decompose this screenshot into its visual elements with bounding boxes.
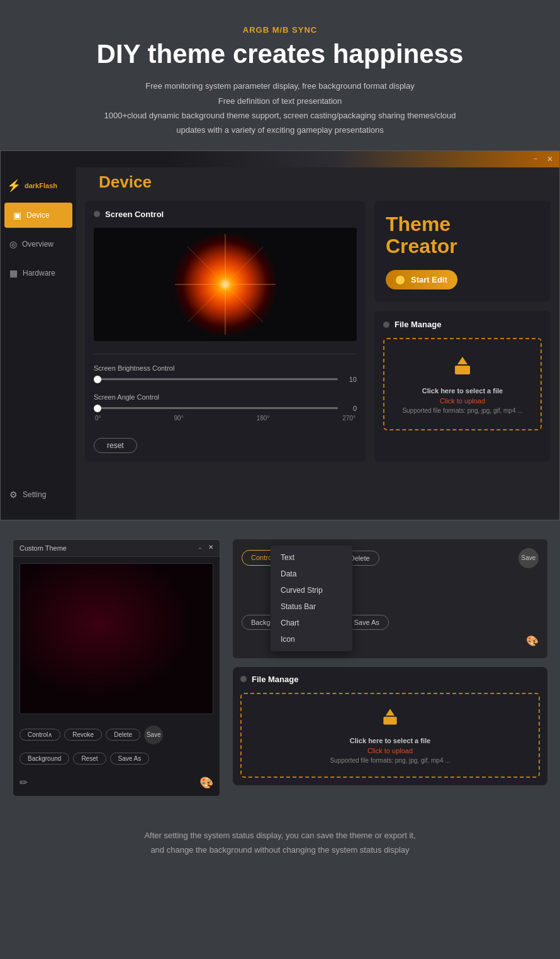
reset-btn2[interactable]: Reset	[73, 753, 106, 765]
btn-dot	[396, 276, 405, 284]
file-panel-dot	[383, 322, 389, 328]
click-select-sm: Click here to select a file	[249, 737, 531, 744]
monitor-icon: ▣	[13, 210, 21, 220]
sidebar-overview-label: Overview	[22, 240, 53, 249]
reset-btn[interactable]: reset	[94, 438, 137, 453]
file-drop-zone-sm[interactable]: Click here to select a file Click to upl…	[240, 693, 540, 778]
angle-0: 0°	[95, 415, 101, 422]
panel-dot	[94, 211, 100, 217]
sidebar-item-overview[interactable]: ◎ Overview	[1, 232, 76, 257]
minimize-btn[interactable]: －	[532, 154, 539, 164]
angle-control: Screen Angle Control 0 0° 90° 180°	[94, 393, 357, 422]
svg-rect-4	[455, 366, 470, 374]
pencil-icon[interactable]: ✏	[20, 777, 28, 788]
angle-label: Screen Angle Control	[94, 393, 357, 401]
background-btn[interactable]: Background	[20, 753, 69, 765]
click-upload-sm[interactable]: Click to upload	[249, 747, 531, 754]
brightness-control: Screen Brightness Control 10	[94, 364, 357, 383]
save-as-btn[interactable]: Save As	[110, 753, 150, 765]
brightness-label: Screen Brightness Control	[94, 364, 357, 372]
sidebar-hardware-label: Hardware	[23, 269, 55, 278]
revoke-btn[interactable]: Revoke	[64, 729, 102, 741]
start-edit-button[interactable]: Start Edit	[386, 270, 457, 289]
argb-label: ARGB M/B SYNC	[38, 25, 522, 35]
menu-text[interactable]: Text	[271, 549, 352, 566]
sidebar-item-hardware[interactable]: ▦ Hardware	[1, 261, 76, 286]
custom-theme-window: Custom Theme － ✕ Control∧ Revoke Delete …	[13, 539, 220, 797]
brightness-slider-row: 10	[94, 376, 357, 383]
divider	[94, 354, 357, 354]
setting-icon: ⚙	[9, 490, 18, 500]
subtitle-line-1: Free monitoring system parameter display…	[38, 79, 522, 93]
file-sm-header: File Manage	[240, 675, 540, 684]
custom-toolbar-row2: Background Reset Save As	[13, 749, 220, 773]
brightness-thumb[interactable]	[94, 376, 101, 383]
palette-icon2[interactable]: 🎨	[526, 636, 539, 646]
custom-canvas	[20, 563, 213, 714]
upload-icon	[395, 354, 530, 382]
click-upload-text[interactable]: Click to upload	[395, 397, 530, 405]
brightness-slider[interactable]	[94, 378, 338, 380]
menu-data[interactable]: Data	[271, 566, 352, 582]
top-section: ARGB M/B SYNC DIY theme creates happines…	[0, 0, 560, 150]
menu-chart[interactable]: Chart	[271, 615, 352, 631]
toolbar-icons: ✏ 🎨	[13, 773, 220, 796]
custom-minimize[interactable]: －	[197, 544, 203, 552]
menu-curved-strip[interactable]: Curved Strip	[271, 582, 352, 598]
close-btn[interactable]: ✕	[547, 155, 553, 164]
angle-270: 270°	[342, 415, 356, 422]
delete-btn[interactable]: Delete	[106, 729, 140, 741]
custom-title-controls: － ✕	[197, 544, 213, 552]
menu-status-bar[interactable]: Status Bar	[271, 598, 352, 615]
sidebar-item-device[interactable]: ▣ Device	[4, 203, 72, 228]
angle-value: 0	[344, 405, 357, 412]
angle-90: 90°	[174, 415, 184, 422]
file-manage-title: File Manage	[395, 320, 441, 329]
angle-slider-row: 0	[94, 405, 357, 412]
brightness-value: 10	[344, 376, 357, 383]
save-circle-btn3[interactable]: Save	[518, 548, 539, 568]
theme-title: ThemeCreator	[386, 213, 539, 257]
right-bottom-panel: Control∧ Text Data Curved Strip Status B…	[233, 539, 547, 797]
device-heading-row: Device	[76, 167, 559, 192]
footer-line1: After setting the system status display,…	[38, 828, 522, 843]
custom-close[interactable]: ✕	[208, 544, 213, 552]
sidebar-setting-label: Setting	[23, 490, 46, 499]
angle-thumb[interactable]	[94, 405, 101, 412]
supported-formats-sm: Supported file formats: png, jpg, gif, m…	[249, 757, 531, 764]
file-panel-header: File Manage	[383, 320, 542, 329]
svg-marker-5	[457, 357, 468, 364]
sidebar: ⚡ darkFlash ▣ Device ◎ Overview ▦ Hardwa…	[1, 167, 76, 520]
theme-card: ThemeCreator Start Edit	[374, 201, 551, 302]
app-window: － ✕ ⚡ darkFlash ▣ Device ◎ Overview ▦ Ha…	[0, 150, 560, 520]
subtitle-line-2: Free definition of text presentation	[38, 94, 522, 108]
file-sm-dot	[240, 676, 247, 682]
subtitle-line-3: 1000+cloud dynamic background theme supp…	[38, 108, 522, 123]
sidebar-item-setting[interactable]: ⚙ Setting	[1, 482, 76, 507]
subtitle-line-4: updates with a variety of exciting gamep…	[38, 123, 522, 137]
overview-icon: ◎	[9, 239, 17, 249]
panel-header: Screen Control	[94, 210, 357, 219]
svg-marker-7	[386, 709, 395, 715]
logo-text: darkFlash	[25, 182, 57, 189]
sidebar-device-label: Device	[26, 211, 50, 220]
page-title: Device	[99, 172, 152, 191]
screen-preview	[94, 228, 357, 341]
save-circle-btn[interactable]: Save	[144, 726, 163, 744]
palette-icon[interactable]: 🎨	[199, 776, 213, 790]
brightness-track	[94, 378, 338, 380]
control-btn[interactable]: Control∧	[20, 729, 60, 741]
angle-labels: 0° 90° 180° 270°	[94, 415, 357, 422]
file-drop-zone[interactable]: Click here to select a file Click to upl…	[383, 338, 542, 430]
bottom-section: Custom Theme － ✕ Control∧ Revoke Delete …	[0, 520, 560, 816]
supported-formats: Supported file formats: png, jpg, gif, m…	[395, 407, 530, 414]
angle-slider[interactable]	[94, 407, 338, 409]
file-manage-card: File Manage Click here to select a file …	[374, 311, 551, 462]
context-menu-dropdown[interactable]: Text Data Curved Strip Status Bar Chart …	[271, 546, 352, 651]
star-lines-icon	[162, 228, 288, 341]
upload-icon-sm	[249, 707, 531, 732]
main-title: DIY theme creates happiness	[38, 40, 522, 69]
file-sm-title: File Manage	[252, 675, 298, 684]
menu-icon[interactable]: Icon	[271, 631, 352, 648]
context-menu-area: Control∧ Text Data Curved Strip Status B…	[233, 539, 547, 658]
